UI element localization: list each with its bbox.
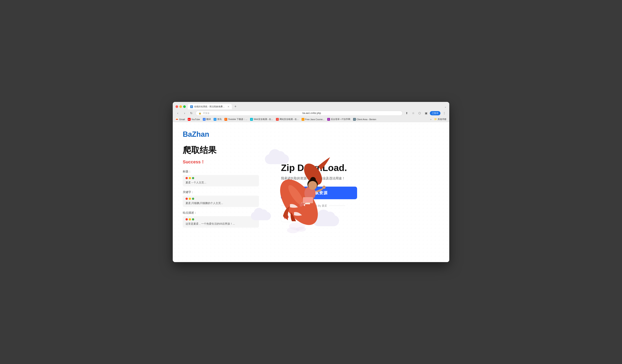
bookmark-folder[interactable]: 📁 其他书签: [434, 118, 447, 121]
traffic-lights: [175, 105, 186, 108]
minimize-button[interactable]: [179, 105, 182, 108]
share-button[interactable]: ⬆: [404, 110, 409, 116]
admin-label: 后台登录 ‹ IT自学网: [331, 118, 350, 121]
net-security-favicon: S: [276, 118, 279, 121]
desc-box: 这里是夏柔，一个热爱生活的05后男孩！...: [183, 216, 259, 228]
menu-button[interactable]: ⋮: [442, 110, 447, 116]
web-security-favicon: W: [250, 118, 253, 121]
expand-button[interactable]: ⌄: [445, 105, 447, 108]
news-favicon: N: [214, 118, 216, 121]
keyword-label: 关键字：: [183, 190, 259, 194]
bookmark-web-security[interactable]: W Web安全检测 - 在...: [250, 118, 273, 121]
page-content: BaZhan 爬取结果 Success！ 标题： 夏柔 – 个人主页... 关键…: [173, 122, 449, 262]
client-favicon: C: [353, 118, 356, 121]
dot-red-3: [186, 218, 188, 220]
tab-close-button[interactable]: ✕: [227, 105, 230, 108]
keyword-value: 夏柔,闫顿鹏,闫顿鹏的个人主页...: [186, 201, 256, 205]
translate-favicon: A: [203, 118, 206, 121]
navigation-bar: ‹ › ↻ 🔒 不安全 ba.aa1.cn/bz.php ⬆ ☆ ⬡ ▣ 已暂停…: [173, 109, 449, 117]
desc-section: 站点描述： 这里是夏柔，一个热爱生活的05后男孩！...: [183, 211, 259, 228]
github-button[interactable]: [281, 212, 291, 222]
profile-button[interactable]: 已暂停: [430, 111, 440, 115]
bookmark-client[interactable]: C Client Area - Benien: [353, 118, 376, 121]
bookmark-youtube-dl[interactable]: ▼ Youtube 下载器：...: [224, 118, 247, 121]
back-button[interactable]: ‹: [175, 110, 180, 116]
web-security-label: Web安全检测 - 在...: [254, 118, 273, 121]
nav-actions: ⬆ ☆ ⬡ ▣ 已暂停 ⋮: [404, 110, 447, 116]
title-bar: B 在线扒站系统 - 简洁高效免费扒... ✕ + ⌄: [173, 102, 449, 109]
footer-label: 2023 · 在线扒站 By 夏柔: [299, 204, 327, 208]
new-tab-button[interactable]: +: [233, 104, 238, 109]
brand-ba: Ba: [183, 130, 192, 138]
news-label: 资讯: [217, 118, 222, 121]
footer-line-left: [281, 206, 297, 206]
keyword-section: 关键字： 夏柔,闫顿鹏,闫顿鹏的个人主页...: [183, 190, 259, 207]
net-security-label: 网站安全检测 - 在...: [280, 118, 299, 121]
bookmark-java[interactable]: J Free Java Course...: [302, 118, 325, 121]
footer-text: 2023 · 在线扒站 By 夏柔: [281, 204, 345, 208]
github-icon: [283, 214, 289, 220]
title-label: 标题：: [183, 170, 259, 173]
download-title: Zip DownLoad.: [281, 162, 347, 173]
dot-yellow-2: [189, 198, 191, 200]
address-bar[interactable]: 🔒 不安全 ba.aa1.cn/bz.php: [195, 111, 403, 116]
admin-favicon: A: [327, 118, 330, 121]
page-title: 爬取结果: [183, 145, 259, 156]
profile-label: 已暂停: [432, 112, 438, 115]
tab-title: 在线扒站系统 - 简洁高效免费扒...: [194, 105, 226, 108]
lock-icon: 🔒: [199, 112, 201, 114]
youtube-dl-label: Youtube 下载器：...: [228, 118, 247, 121]
forward-button[interactable]: ›: [182, 110, 187, 116]
dot-red: [186, 177, 188, 179]
title-section: 标题： 夏柔 – 个人主页...: [183, 170, 259, 186]
tab-favicon: B: [190, 105, 193, 108]
success-text: Success！: [183, 159, 259, 165]
bookmark-admin[interactable]: A 后台登录 ‹ IT自学网: [327, 118, 350, 121]
footer-line-right: [329, 206, 345, 206]
dot-yellow-3: [189, 218, 191, 220]
title-dots: [186, 177, 256, 179]
tab-bar: B 在线扒站系统 - 简洁高效免费扒... ✕ + ⌄: [188, 104, 447, 109]
extensions-button[interactable]: ⬡: [417, 110, 422, 116]
java-favicon: J: [302, 118, 304, 121]
bookmark-youtube[interactable]: ▶ YouTube: [188, 118, 200, 121]
url-security: 不安全: [203, 112, 300, 115]
title-value: 夏柔 – 个人主页...: [186, 181, 256, 184]
gmail-label: Gmail: [179, 118, 185, 121]
dot-red-2: [186, 198, 188, 200]
keyword-box: 夏柔,闫顿鹏,闫顿鹏的个人主页...: [183, 196, 259, 207]
dot-green: [192, 177, 194, 179]
brand-zhan: Zhan: [192, 130, 209, 138]
desc-label: 站点描述：: [183, 211, 259, 215]
bookmark-translate[interactable]: A 翻译: [203, 118, 211, 121]
folder-label: 其他书签: [438, 118, 447, 121]
close-button[interactable]: [175, 105, 178, 108]
bookmark-more-button[interactable]: »: [430, 118, 431, 121]
youtube-dl-favicon: ▼: [224, 118, 227, 121]
bookmarks-bar: Gmail ▶ YouTube A 翻译 N 资讯 ▼ Youtube 下载器：…: [173, 117, 449, 122]
active-tab[interactable]: B 在线扒站系统 - 简洁高效免费扒... ✕: [188, 104, 232, 109]
sidebar-button[interactable]: ▣: [423, 110, 429, 116]
refresh-button[interactable]: ↻: [189, 110, 194, 116]
browser-window: B 在线扒站系统 - 简洁高效免费扒... ✕ + ⌄ ‹ › ↻ 🔒 不安全 …: [173, 102, 449, 262]
maximize-button[interactable]: [183, 105, 186, 108]
translate-label: 翻译: [206, 118, 211, 121]
bookmark-gmail[interactable]: Gmail: [175, 118, 185, 121]
folder-icon: 📁: [434, 118, 437, 121]
right-panel: Zip DownLoad. 我承诺扒取的资源不做任何商业及违法用途！ 下载资源 …: [269, 122, 449, 262]
download-subtitle: 我承诺扒取的资源不做任何商业及违法用途！: [281, 176, 345, 181]
bookmark-net-security[interactable]: S 网站安全检测 - 在...: [276, 118, 299, 121]
youtube-label: YouTube: [191, 118, 200, 121]
java-label: Free Java Course...: [305, 118, 325, 121]
left-panel: BaZhan 爬取结果 Success！ 标题： 夏柔 – 个人主页... 关键…: [173, 122, 269, 262]
download-button[interactable]: 下载资源: [281, 187, 357, 199]
dot-green-3: [192, 218, 194, 220]
client-label: Client Area - Benien: [357, 118, 376, 121]
url-text: ba.aa1.cn/bz.php: [303, 112, 400, 114]
keyword-dots: [186, 198, 256, 200]
gmail-favicon: [175, 118, 178, 121]
youtube-favicon: ▶: [188, 118, 191, 121]
bookmark-button[interactable]: ☆: [410, 110, 416, 116]
dot-green-2: [192, 198, 194, 200]
bookmark-news[interactable]: N 资讯: [214, 118, 222, 121]
